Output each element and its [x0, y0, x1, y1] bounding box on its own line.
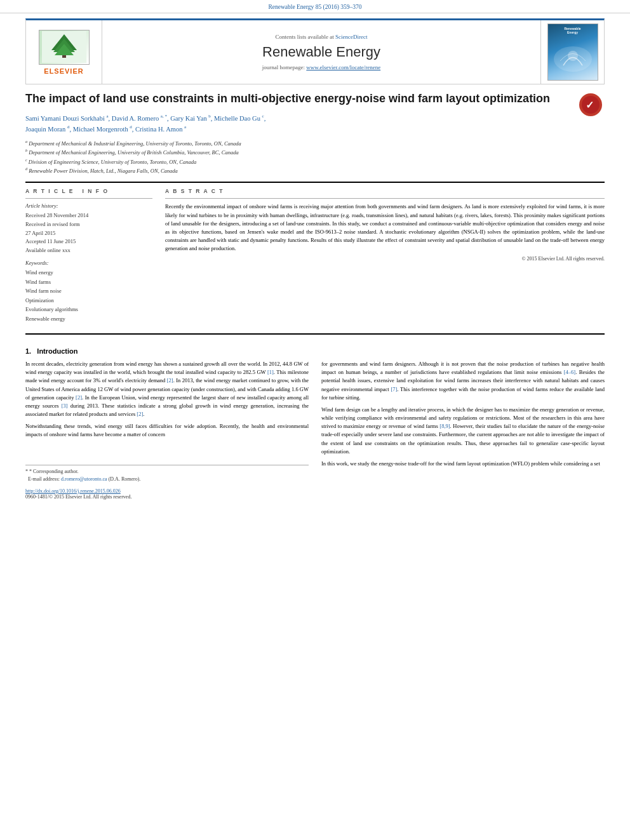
- intro-para-5: In this work, we study the energy-noise …: [321, 460, 605, 468]
- article-info-col: A R T I C L E I N F O Article history: R…: [25, 188, 152, 323]
- received-date: Received 28 November 2014: [25, 211, 152, 220]
- journal-reference: Renewable Energy 85 (2016) 359–370: [0, 0, 630, 13]
- introduction-title: 1. Introduction: [25, 347, 605, 355]
- sciencedirect-link[interactable]: ScienceDirect: [335, 34, 367, 40]
- affil-a2: a, *: [161, 114, 167, 119]
- affil-b: b: [208, 114, 211, 119]
- ref-3[interactable]: [3]: [62, 403, 68, 409]
- abstract-text: Recently the environmental impact of ons…: [165, 203, 605, 253]
- intro-para-3: for governments and wind farm designers.…: [321, 360, 605, 402]
- email-link[interactable]: d.romero@utoronto.ca: [61, 476, 107, 482]
- issn-text: 0960-1481/© 2015 Elsevier Ltd. All right…: [25, 494, 309, 500]
- keywords-label: Keywords:: [25, 260, 152, 266]
- journal-homepage: journal homepage: www.elsevier.com/locat…: [262, 64, 380, 70]
- svg-point-6: [568, 51, 578, 61]
- contents-available: Contents lists available at ScienceDirec…: [276, 34, 368, 40]
- ref-4-6[interactable]: [4–6]: [564, 369, 575, 375]
- author-gary: Gary Kai Yan: [170, 115, 206, 122]
- footnote-corresponding: * * Corresponding author.: [25, 468, 309, 476]
- footnote-area: * * Corresponding author. E-mail address…: [25, 465, 309, 500]
- intro-left-col: In recent decades, electricity generatio…: [25, 360, 309, 500]
- journal-name: Renewable Energy: [262, 44, 380, 60]
- online-date: Available online xxx: [25, 246, 152, 255]
- affil-a3: a: [184, 124, 186, 130]
- keyword-6: Renewable energy: [25, 314, 152, 323]
- keyword-5: Evolutionary algorithms: [25, 305, 152, 314]
- intro-right-col: for governments and wind farm designers.…: [321, 360, 605, 500]
- affil-c: c: [262, 114, 264, 119]
- divider-top: [25, 182, 605, 183]
- intro-para-2: Notwithstanding these trends, wind energ…: [25, 422, 309, 439]
- ref-2b[interactable]: [2]: [76, 394, 82, 401]
- footnote-email: E-mail address: d.romero@utoronto.ca (D.…: [25, 476, 309, 483]
- introduction-columns: In recent decades, electricity generatio…: [25, 360, 605, 500]
- journal-title-section: Contents lists available at ScienceDirec…: [102, 20, 540, 84]
- ref-2a[interactable]: [2]: [167, 377, 173, 383]
- authors-line: Sami Yamani Douzi Sorkhabi a, David A. R…: [25, 113, 605, 135]
- article-title: The impact of land use constraints in mu…: [25, 91, 605, 107]
- author-david: David A. Romero: [112, 115, 159, 122]
- journal-cover-section: RenewableEnergy: [540, 20, 604, 84]
- abstract-col: A B S T R A C T Recently the environment…: [165, 188, 605, 323]
- author-sami: Sami Yamani Douzi Sorkhabi: [25, 115, 105, 122]
- ref-7[interactable]: [7]: [391, 386, 397, 392]
- author-cristina: Cristina H. Amon: [135, 126, 182, 133]
- affil-d: d: [67, 124, 70, 130]
- info-abstract-section: A R T I C L E I N F O Article history: R…: [25, 188, 605, 323]
- journal-header: ELSEVIER Contents lists available at Sci…: [25, 18, 605, 84]
- author-michelle: Michelle Dao Gu: [214, 115, 260, 122]
- ref-8-9[interactable]: [8,9]: [439, 423, 450, 429]
- accepted-date: Accepted 11 June 2015: [25, 237, 152, 246]
- author-michael: Michael Morgenroth: [73, 126, 128, 133]
- author-joaquin: Joaquin Moran: [25, 126, 65, 133]
- journal-url[interactable]: www.elsevier.com/locate/renene: [306, 64, 380, 70]
- keyword-1: Wind energy: [25, 268, 152, 277]
- affiliation-b: b Department of Mechanical Engineering, …: [25, 148, 605, 157]
- introduction-section: 1. Introduction In recent decades, elect…: [25, 347, 605, 500]
- elsevier-image: [39, 30, 90, 65]
- crossmark-icon: ✓: [579, 93, 602, 116]
- article-info-header: A R T I C L E I N F O: [25, 188, 152, 194]
- intro-para-1: In recent decades, electricity generatio…: [25, 360, 309, 418]
- affil-d2: d: [130, 124, 132, 130]
- keywords-list: Wind energy Wind farms Wind farm noise O…: [25, 268, 152, 323]
- affiliations: a Department of Mechanical & Industrial …: [25, 139, 605, 176]
- ref-1[interactable]: [1]: [267, 369, 274, 375]
- keyword-4: Optimization: [25, 296, 152, 305]
- elsevier-logo-section: ELSEVIER: [26, 20, 102, 84]
- revised-label: Received in revised form: [25, 220, 152, 229]
- abstract-header: A B S T R A C T: [165, 188, 605, 194]
- intro-para-4: Wind farm design can be a lengthy and it…: [321, 406, 605, 456]
- svg-text:✓: ✓: [586, 100, 594, 110]
- affiliation-a: a Department of Mechanical & Industrial …: [25, 139, 605, 148]
- elsevier-brand: ELSEVIER: [44, 67, 83, 75]
- history-label: Article history:: [25, 203, 152, 209]
- main-content: The impact of land use constraints in mu…: [25, 91, 605, 500]
- divider-bottom: [25, 333, 605, 335]
- affil-a: a: [106, 114, 108, 119]
- keyword-3: Wind farm noise: [25, 286, 152, 295]
- affiliation-d: d Renewable Power Division, Hatch, Ltd.,…: [25, 166, 605, 175]
- copyright-notice: © 2015 Elsevier Ltd. All rights reserved…: [165, 256, 605, 262]
- ref-2c[interactable]: [2]: [137, 411, 143, 417]
- journal-cover-image: RenewableEnergy: [547, 23, 598, 81]
- revised-date: 27 April 2015: [25, 229, 152, 238]
- doi-link[interactable]: http://dx.doi.org/10.1016/j.renene.2015.…: [25, 488, 121, 494]
- crossmark-badge[interactable]: ✓: [577, 91, 605, 119]
- keyword-2: Wind farms: [25, 277, 152, 286]
- affiliation-c: c Division of Engineering Science, Unive…: [25, 157, 605, 166]
